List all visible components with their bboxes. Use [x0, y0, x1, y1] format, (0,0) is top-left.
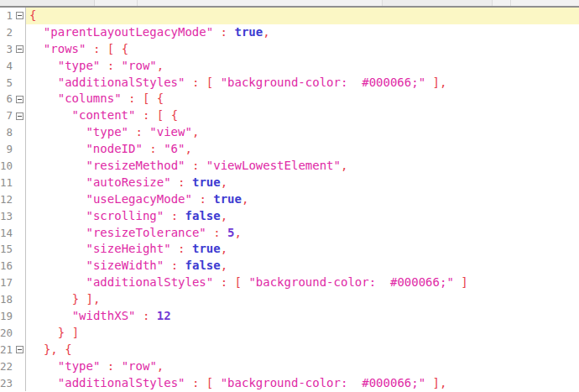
line-number: 11: [0, 175, 14, 191]
code-token: [65, 326, 71, 339]
toolbar-divider: [137, 0, 138, 6]
gutter: 4: [0, 58, 26, 75]
code-token: "additionalStyles": [58, 376, 185, 389]
fold-toggle-icon[interactable]: [16, 112, 23, 120]
code-token: }: [72, 292, 79, 306]
gutter: 9: [0, 141, 26, 158]
code-line[interactable]: 13 "scrolling" : false,: [0, 208, 579, 225]
gutter: 23: [0, 375, 26, 392]
gutter: 20: [0, 325, 26, 342]
code-token: ,: [50, 342, 57, 356]
code-token: ]: [461, 275, 467, 289]
code-token: [425, 376, 432, 389]
gutter: 6: [0, 91, 26, 107]
code-line[interactable]: 23 "additionalStyles" : [ "background-co…: [0, 375, 579, 392]
code-token: [227, 275, 234, 289]
gutter: 21: [0, 342, 26, 358]
code-line[interactable]: 1{: [0, 8, 579, 24]
code-token: true: [192, 175, 221, 189]
code-editor[interactable]: 1{2 "parentLayoutLegacyMode" : true,3 "r…: [0, 8, 579, 391]
code-token: [185, 376, 192, 389]
gutter: 11: [0, 175, 26, 191]
code-token: :: [221, 25, 227, 39]
code-token: "6": [164, 142, 185, 155]
code-line[interactable]: 21 }, {: [0, 342, 579, 358]
code-line[interactable]: 8 "type" : "view",: [0, 124, 579, 141]
code-token: [171, 242, 178, 255]
code-token: :: [178, 175, 185, 189]
code-line[interactable]: 7 "content" : [ {: [0, 107, 579, 124]
code-line[interactable]: 12 "useLegacyMode" : true,: [0, 191, 579, 208]
line-number: 22: [0, 358, 14, 375]
fold-toggle-icon[interactable]: [16, 346, 23, 353]
code-token: "type": [86, 125, 128, 139]
code-line[interactable]: 4 "type" : "row",: [0, 58, 579, 75]
code-token: [100, 359, 107, 373]
code-token: "background-color: #000066;": [221, 376, 425, 389]
code-token: "background-color: #000066;": [248, 275, 453, 289]
gutter: 7: [0, 107, 26, 124]
code-token: :: [178, 242, 185, 255]
code-token: [79, 292, 86, 306]
fold-slot: [14, 346, 25, 353]
code-token: [213, 376, 220, 389]
code-token: [29, 59, 58, 72]
code-line[interactable]: 19 "widthXS" : 12: [0, 308, 579, 325]
code-token: "useLegacyMode": [86, 192, 192, 206]
code-line-text: "widthXS" : 12: [26, 308, 579, 325]
fold-toggle-icon[interactable]: [16, 12, 23, 19]
line-number: 15: [0, 241, 14, 258]
code-line-text: } ],: [26, 291, 579, 308]
code-token: [149, 309, 156, 322]
code-token: [29, 159, 86, 172]
line-number: 23: [0, 375, 14, 392]
code-token: [29, 226, 86, 239]
fold-toggle-icon[interactable]: [16, 96, 23, 103]
line-number: 8: [0, 124, 14, 141]
code-line-text: "nodeID" : "6",: [26, 141, 579, 158]
code-token: {: [29, 8, 36, 22]
code-line[interactable]: 15 "sizeHeight" : true,: [0, 241, 579, 258]
code-token: [29, 175, 86, 189]
code-token: [178, 209, 185, 222]
fold-toggle-icon[interactable]: [16, 45, 23, 53]
code-token: "additionalStyles": [58, 76, 185, 89]
code-token: [100, 42, 107, 55]
code-line-text: } ]: [26, 325, 579, 342]
code-token: [171, 175, 178, 189]
code-line[interactable]: 20 } ]: [0, 325, 579, 342]
code-token: true: [234, 25, 263, 39]
code-line[interactable]: 14 "resizeTolerance" : 5,: [0, 225, 579, 242]
code-line[interactable]: 11 "autoResize" : true,: [0, 175, 579, 191]
code-line[interactable]: 9 "nodeID" : "6",: [0, 141, 579, 158]
line-number: 3: [0, 41, 14, 58]
code-token: "rows": [44, 42, 86, 55]
code-line-text: }, {: [26, 342, 579, 358]
code-token: ,: [440, 76, 446, 89]
code-token: [425, 76, 432, 89]
line-number: 5: [0, 75, 14, 91]
gutter: 2: [0, 24, 26, 41]
fold-slot: [14, 12, 25, 19]
code-token: ,: [93, 292, 100, 306]
code-token: "resizeMethod": [86, 159, 185, 172]
code-line[interactable]: 16 "sizeWidth" : false,: [0, 258, 579, 274]
code-token: ,: [157, 359, 164, 373]
clipped-toolbar-strip: [0, 0, 579, 8]
code-line[interactable]: 6 "columns" : [ {: [0, 91, 579, 107]
code-line[interactable]: 10 "resizeMethod" : "viewLowestElement",: [0, 158, 579, 175]
code-token: true: [192, 242, 221, 255]
code-line[interactable]: 17 "additionalStyles" : [ "background-co…: [0, 274, 579, 291]
code-token: [206, 226, 213, 239]
code-token: ,: [440, 376, 446, 389]
code-token: "resizeTolerance": [86, 226, 206, 239]
code-token: "widthXS": [72, 309, 136, 322]
code-token: :: [107, 359, 114, 373]
code-line[interactable]: 5 "additionalStyles" : [ "background-col…: [0, 75, 579, 91]
code-line[interactable]: 22 "type" : "row",: [0, 358, 579, 375]
code-token: [29, 259, 86, 272]
code-line[interactable]: 2 "parentLayoutLegacyMode" : true,: [0, 24, 579, 41]
code-line[interactable]: 18 } ],: [0, 291, 579, 308]
code-line[interactable]: 3 "rows" : [ {: [0, 41, 579, 58]
code-token: "columns": [58, 91, 122, 105]
